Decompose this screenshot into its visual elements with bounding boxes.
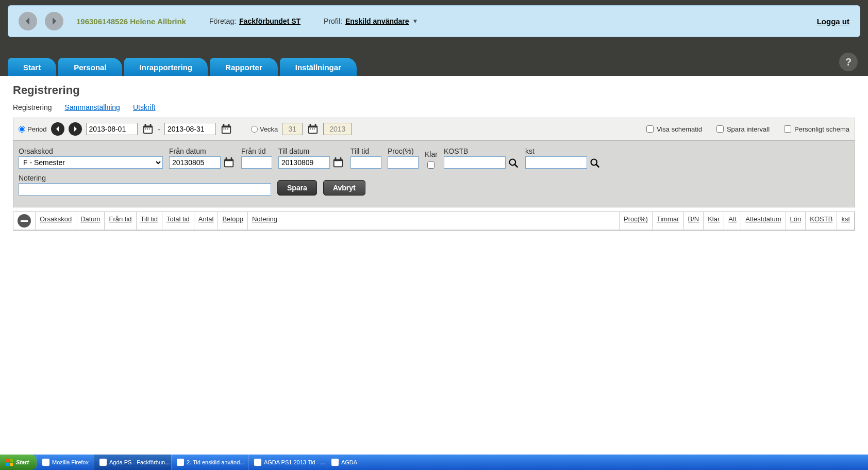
date-dash: - — [158, 125, 160, 133]
svg-rect-15 — [309, 127, 317, 133]
till-datum-input[interactable] — [278, 156, 330, 169]
th-attestdatum[interactable]: Attestdatum — [741, 212, 786, 230]
th-orsakskod[interactable]: Orsakskod — [36, 212, 76, 230]
period-prev-button[interactable] — [51, 122, 64, 136]
svg-rect-17 — [315, 124, 316, 127]
th-lon[interactable]: Lön — [786, 212, 806, 230]
svg-point-29 — [509, 159, 515, 166]
svg-rect-28 — [340, 157, 342, 160]
nav-next-button[interactable] — [45, 12, 63, 30]
personal-schedule-checkbox[interactable] — [784, 125, 791, 133]
save-interval-checkbox[interactable] — [716, 125, 724, 133]
week-label: Vecka — [260, 125, 278, 133]
company-label: Företag: — [209, 17, 236, 25]
show-schedule-checkbox[interactable] — [646, 125, 654, 133]
company-link[interactable]: Fackförbundet ST — [239, 17, 301, 25]
tab-inrapportering[interactable]: Inrapportering — [124, 58, 208, 76]
year-input[interactable] — [323, 123, 352, 135]
th-belopp[interactable]: Belopp — [218, 212, 247, 230]
orsakskod-select[interactable]: F - Semester — [19, 156, 163, 169]
tab-rapporter[interactable]: Rapporter — [210, 58, 278, 76]
th-kst[interactable]: kst — [837, 212, 855, 230]
save-button[interactable]: Spara — [277, 180, 317, 196]
th-total-tid[interactable]: Total tid — [162, 212, 194, 230]
week-radio-wrap[interactable]: Vecka — [251, 125, 278, 133]
period-radio[interactable] — [19, 126, 25, 133]
th-datum[interactable]: Datum — [76, 212, 105, 230]
profile-link[interactable]: Enskild användare — [345, 17, 409, 25]
till-tid-input[interactable] — [350, 156, 381, 169]
fran-datum-input[interactable] — [169, 156, 221, 169]
th-proc[interactable]: Proc(%) — [620, 212, 653, 230]
svg-rect-16 — [310, 124, 311, 127]
save-interval-check[interactable]: Spara intervall — [716, 125, 770, 133]
tab-installningar[interactable]: Inställningar — [280, 58, 357, 76]
svg-rect-18 — [310, 128, 311, 129]
help-button[interactable]: ? — [839, 53, 858, 71]
calendar-icon[interactable] — [307, 123, 319, 135]
date-from-input[interactable] — [86, 123, 138, 135]
svg-rect-3 — [149, 124, 151, 127]
calendar-icon[interactable] — [223, 156, 235, 169]
personal-schedule-check[interactable]: Personligt schema — [784, 125, 849, 133]
period-radio-wrap[interactable]: Period — [19, 125, 47, 133]
th-klar[interactable]: Klar — [704, 212, 724, 230]
svg-rect-10 — [228, 124, 230, 127]
search-icon[interactable] — [508, 157, 519, 169]
proc-input[interactable] — [388, 156, 419, 169]
period-next-button[interactable] — [69, 122, 82, 136]
kostb-input[interactable] — [444, 156, 506, 169]
svg-line-30 — [514, 165, 518, 168]
svg-rect-26 — [335, 161, 342, 166]
show-schedule-check[interactable]: Visa schematid — [646, 125, 702, 133]
week-radio[interactable] — [251, 126, 258, 133]
sub-tab-sammanstallning[interactable]: Sammanställning — [64, 103, 120, 111]
th-till-tid[interactable]: Till tid — [137, 212, 162, 230]
page-title: Registrering — [13, 84, 855, 97]
svg-rect-9 — [223, 124, 225, 127]
th-notering[interactable]: Notering — [248, 212, 620, 230]
tab-start[interactable]: Start — [8, 58, 56, 76]
sub-tab-registrering[interactable]: Registrering — [13, 103, 52, 111]
fran-tid-label: Från tid — [241, 147, 272, 155]
klar-checkbox[interactable] — [427, 161, 435, 169]
th-antal[interactable]: Antal — [194, 212, 219, 230]
calendar-icon[interactable] — [142, 123, 154, 135]
nav-prev-button[interactable] — [19, 12, 37, 30]
svg-line-32 — [596, 165, 599, 168]
top-bar: 196306148526 Helene Allbrink Företag: Fa… — [8, 5, 860, 37]
calendar-icon[interactable] — [220, 123, 232, 135]
th-bn[interactable]: B/N — [684, 212, 704, 230]
tab-personal[interactable]: Personal — [58, 58, 122, 76]
remove-button[interactable] — [18, 214, 31, 228]
svg-rect-5 — [147, 128, 148, 129]
search-icon[interactable] — [589, 157, 600, 169]
klar-label: Klar — [425, 150, 438, 158]
kostb-label: KOSTB — [444, 147, 519, 155]
kst-input[interactable] — [525, 156, 587, 169]
svg-rect-1 — [144, 127, 152, 133]
th-att[interactable]: Att — [724, 212, 741, 230]
calendar-icon[interactable] — [332, 156, 344, 169]
th-fran-tid[interactable]: Från tid — [105, 212, 136, 230]
filter-bar: Period - Vecka Visa schematid Spar — [13, 118, 855, 140]
th-timmar[interactable]: Timmar — [653, 212, 684, 230]
profile-label: Profil: — [324, 17, 342, 25]
sub-tabs: Registrering Sammanställning Utskrift — [13, 103, 855, 111]
svg-rect-27 — [335, 157, 337, 160]
svg-rect-13 — [227, 128, 228, 129]
till-datum-label: Till datum — [278, 147, 344, 155]
th-kostb[interactable]: KOSTB — [806, 212, 837, 230]
week-input[interactable] — [282, 123, 303, 135]
svg-rect-24 — [231, 157, 232, 160]
sub-tab-utskrift[interactable]: Utskrift — [133, 103, 156, 111]
period-label: Period — [27, 125, 47, 133]
date-to-input[interactable] — [164, 123, 216, 135]
dropdown-arrow-icon[interactable]: ▼ — [412, 18, 419, 25]
logout-link[interactable]: Logga ut — [817, 17, 849, 26]
fran-tid-input[interactable] — [241, 156, 272, 169]
fran-datum-label: Från datum — [169, 147, 235, 155]
svg-rect-8 — [223, 127, 230, 133]
notering-input[interactable] — [19, 183, 271, 196]
cancel-button[interactable]: Avbryt — [323, 180, 365, 196]
